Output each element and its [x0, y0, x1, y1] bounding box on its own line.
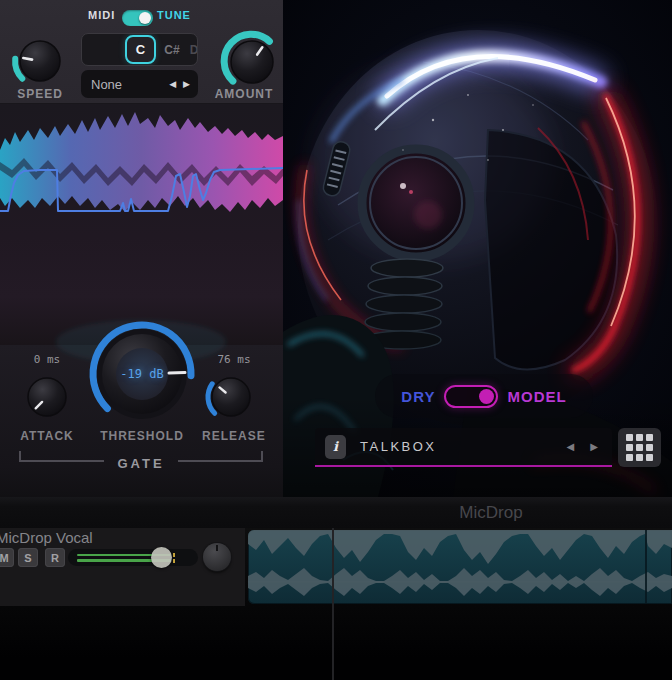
attack-knob[interactable] [26, 376, 68, 418]
tune-label: TUNE [157, 9, 191, 21]
toggle-knob [479, 389, 494, 404]
solo-button[interactable]: S [18, 548, 38, 567]
release-label: RELEASE [202, 429, 264, 443]
region-waveform [248, 530, 672, 604]
speed-label: SPEED [10, 87, 70, 101]
screenshot-root: MIDI TUNE C C# D None ◀ ▶ SPEED AMOUNT [0, 0, 672, 680]
scale-prev-arrow-icon[interactable]: ◀ [169, 79, 176, 89]
plugin-window-titlebar: MicDrop [0, 497, 672, 528]
preset-prev-arrow-icon[interactable]: ◀ [567, 441, 575, 452]
preset-name[interactable]: TALKBOX [360, 439, 437, 454]
pan-knob[interactable] [203, 543, 231, 571]
plugin-left-panel: MIDI TUNE C C# D None ◀ ▶ SPEED AMOUNT [0, 0, 283, 497]
attack-value: 0 ms [25, 353, 69, 366]
preset-grid-icon[interactable] [618, 428, 661, 467]
note-selector[interactable]: C C# D [81, 33, 198, 66]
audio-region[interactable] [248, 530, 672, 604]
region-boundary [645, 530, 647, 604]
pan-tick [216, 545, 218, 551]
note-c-sharp[interactable]: C# [160, 34, 184, 65]
threshold-value: -19 dB [110, 367, 174, 381]
micdrop-plugin-window: MIDI TUNE C C# D None ◀ ▶ SPEED AMOUNT [0, 0, 672, 497]
gate-group-label: GATE [113, 456, 169, 471]
amount-label: AMOUNT [212, 87, 276, 101]
scale-value: None [91, 77, 122, 92]
scale-next-arrow-icon[interactable]: ▶ [183, 79, 190, 89]
preset-next-arrow-icon[interactable]: ▶ [590, 441, 598, 452]
fader-handle[interactable] [151, 547, 172, 568]
record-button[interactable]: R [45, 548, 65, 567]
speed-knob[interactable] [18, 39, 62, 83]
fader-tick [173, 553, 175, 557]
helmet-artwork [283, 0, 672, 497]
dry-model-toggle-group: DRY MODEL [375, 374, 593, 418]
model-label: MODEL [507, 388, 566, 405]
dry-label: DRY [401, 388, 435, 405]
preset-bar[interactable]: i TALKBOX ◀ ▶ [315, 428, 612, 467]
mute-button[interactable]: M [0, 548, 14, 567]
fader-tick [173, 559, 175, 563]
dry-model-toggle[interactable] [444, 385, 498, 408]
amount-knob[interactable] [229, 39, 275, 85]
daw-background: MicDrop Vocal M S R [0, 528, 672, 680]
track-header[interactable]: MicDrop Vocal M S R [0, 528, 245, 606]
midi-label: MIDI [88, 9, 115, 21]
track-name: MicDrop Vocal [0, 529, 93, 546]
release-knob[interactable] [210, 376, 252, 418]
threshold-label: THRESHOLD [96, 429, 188, 443]
window-title: MicDrop [446, 503, 536, 523]
midi-tune-toggle[interactable] [122, 10, 153, 26]
waveform-display [0, 104, 283, 345]
toggle-knob [139, 12, 151, 24]
release-value: 76 ms [211, 353, 257, 366]
volume-fader[interactable] [68, 549, 198, 566]
note-c-selected[interactable]: C [125, 35, 156, 64]
info-icon[interactable]: i [325, 435, 346, 459]
helmet-artwork-panel: DRY MODEL i TALKBOX ◀ ▶ [283, 0, 672, 497]
scale-dropdown[interactable]: None ◀ ▶ [81, 70, 198, 98]
playhead-line[interactable] [332, 528, 334, 680]
note-d[interactable]: D [186, 34, 198, 65]
attack-label: ATTACK [17, 429, 77, 443]
